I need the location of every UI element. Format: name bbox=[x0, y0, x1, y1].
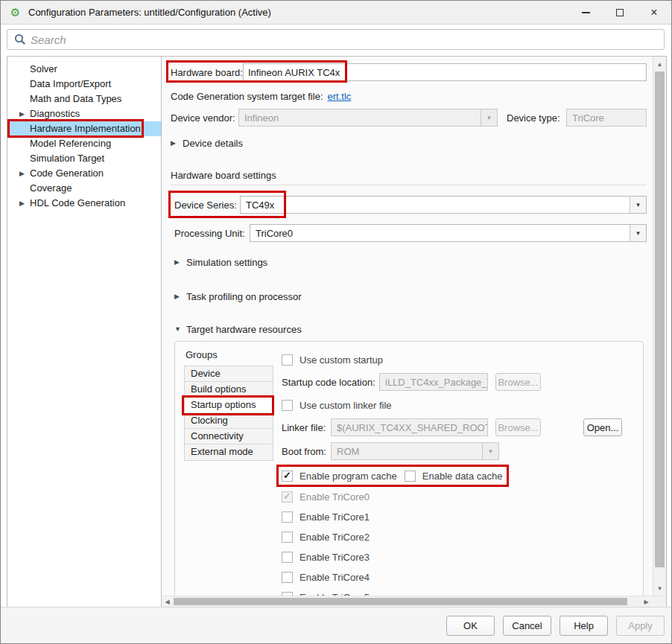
use-custom-linker-checkbox[interactable] bbox=[282, 400, 293, 411]
sidebar-item-hardware-implementation[interactable]: Hardware Implementation bbox=[7, 121, 161, 136]
expand-arrow-icon[interactable]: ▶ bbox=[19, 106, 25, 121]
device-details-toggle[interactable]: ▶ Device details bbox=[171, 137, 647, 149]
target-hw-resources-toggle[interactable]: ▼ Target hardware resources bbox=[174, 323, 647, 335]
startup-code-location-label: Startup code location: bbox=[282, 377, 379, 388]
vertical-scrollbar-thumb[interactable] bbox=[655, 71, 665, 567]
boot-from-label: Boot from: bbox=[282, 446, 331, 457]
vertical-scrollbar[interactable]: ▲ ▼ bbox=[653, 57, 666, 596]
sidebar-item-data-import-export[interactable]: Data Import/Export bbox=[7, 77, 161, 92]
device-type-label: Device type: bbox=[507, 112, 566, 124]
title-bar: ⚙ Configuration Parameters: untitled/Con… bbox=[1, 1, 671, 25]
enable-data-cache-label: Enable data cache bbox=[422, 471, 503, 482]
close-icon: × bbox=[650, 7, 657, 19]
horizontal-scrollbar-thumb[interactable] bbox=[174, 598, 627, 605]
startup-code-location-row: Startup code location: iLLD_TC4xx_Packag… bbox=[282, 373, 635, 391]
processing-unit-combo[interactable]: TriCore0 ▾ bbox=[250, 224, 647, 242]
dialog-footer: OK Cancel Help Apply bbox=[1, 607, 671, 643]
collapsed-arrow-icon: ▶ bbox=[171, 139, 177, 147]
expanded-arrow-icon: ▼ bbox=[174, 325, 181, 333]
enable-tricore0-label: Enable TriCore0 bbox=[299, 491, 370, 503]
cancel-button[interactable]: Cancel bbox=[503, 616, 551, 636]
device-vendor-label: Device vendor: bbox=[171, 112, 238, 124]
device-vendor-combo: Infineon ▾ bbox=[238, 109, 498, 127]
sidebar-item-simulation-target[interactable]: Simulation Target bbox=[7, 151, 161, 166]
device-type-field: TriCore bbox=[566, 109, 647, 127]
window-title: Configuration Parameters: untitled/Confi… bbox=[28, 7, 271, 18]
settings-tree: Solver Data Import/Export Math and Data … bbox=[7, 57, 162, 607]
scroll-down-icon[interactable]: ▼ bbox=[653, 582, 666, 594]
sidebar-item-hdl-code-generation[interactable]: ▶HDL Code Generation bbox=[7, 196, 161, 211]
enable-tricore1-checkbox[interactable] bbox=[282, 511, 293, 523]
maximize-icon bbox=[616, 9, 624, 16]
horizontal-scrollbar[interactable]: ◀ ▶ bbox=[162, 596, 666, 607]
enable-tricore4-checkbox[interactable] bbox=[282, 572, 293, 583]
tab-device[interactable]: Device bbox=[185, 366, 273, 382]
minimize-button[interactable] bbox=[568, 1, 603, 24]
dialog-body: Solver Data Import/Export Math and Data … bbox=[7, 56, 667, 608]
browse-linker-button[interactable]: Browse... bbox=[495, 418, 541, 436]
use-custom-startup-label: Use custom startup bbox=[299, 354, 383, 366]
sidebar-item-model-referencing[interactable]: Model Referencing bbox=[7, 136, 161, 151]
apply-button[interactable]: Apply bbox=[616, 616, 665, 636]
scroll-up-icon[interactable]: ▲ bbox=[653, 58, 666, 70]
enable-tricore3-label: Enable TriCore3 bbox=[299, 552, 370, 563]
tab-build-options[interactable]: Build options bbox=[185, 382, 273, 398]
tab-startup-options[interactable]: Startup options bbox=[185, 398, 273, 413]
scroll-right-icon[interactable]: ▶ bbox=[641, 596, 652, 607]
tab-connectivity[interactable]: Connectivity bbox=[185, 429, 273, 444]
enable-tricore1-label: Enable TriCore1 bbox=[299, 511, 370, 523]
task-profiling-toggle[interactable]: ▶ Task profiling on processor bbox=[174, 290, 647, 302]
sidebar-item-solver[interactable]: Solver bbox=[7, 62, 161, 77]
sidebar-item-coverage[interactable]: Coverage bbox=[7, 181, 161, 196]
target-file-label: Code Generation system target file: bbox=[171, 91, 323, 102]
boot-from-row: Boot from: ROM ▾ bbox=[282, 442, 635, 460]
tab-external-mode[interactable]: External mode bbox=[185, 444, 273, 460]
open-linker-button[interactable]: Open... bbox=[583, 418, 622, 436]
use-custom-linker-label: Use custom linker file bbox=[299, 400, 392, 411]
hardware-board-input[interactable] bbox=[243, 63, 647, 81]
enable-tricore3-checkbox[interactable] bbox=[282, 552, 293, 563]
close-button[interactable]: × bbox=[637, 1, 671, 24]
enable-program-cache-checkbox[interactable] bbox=[282, 471, 293, 482]
enable-data-cache-checkbox[interactable] bbox=[405, 471, 416, 482]
device-series-combo[interactable]: TC49x ▾ bbox=[240, 196, 647, 214]
target-file-link[interactable]: ert.tlc bbox=[328, 91, 352, 102]
chevron-down-icon[interactable]: ▾ bbox=[630, 225, 646, 241]
hardware-board-row: Hardware board: bbox=[171, 63, 647, 82]
window-controls: × bbox=[568, 1, 671, 24]
sidebar-item-diagnostics[interactable]: ▶Diagnostics bbox=[7, 106, 161, 121]
target-file-row: Code Generation system target file: ert.… bbox=[171, 89, 647, 103]
sidebar-item-math-and-data-types[interactable]: Math and Data Types bbox=[7, 92, 161, 106]
hardware-board-label: Hardware board: bbox=[171, 67, 243, 78]
scroll-left-icon[interactable]: ◀ bbox=[162, 596, 173, 607]
enable-tricore2-row: Enable TriCore2 bbox=[282, 531, 635, 543]
hardware-implementation-pane: Hardware board: Code Generation system t… bbox=[162, 57, 653, 596]
hardware-board-settings-title: Hardware board settings bbox=[171, 170, 647, 181]
use-custom-linker-row: Use custom linker file bbox=[282, 399, 635, 411]
ok-button[interactable]: OK bbox=[446, 616, 495, 636]
use-custom-startup-checkbox[interactable] bbox=[282, 354, 293, 366]
simulation-settings-toggle[interactable]: ▶ Simulation settings bbox=[174, 256, 647, 268]
search-input[interactable] bbox=[31, 31, 664, 48]
chevron-down-icon[interactable]: ▾ bbox=[630, 197, 646, 213]
device-series-label: Device Series: bbox=[174, 200, 240, 211]
target-hw-resources-panel: Groups Device Build options Startup opti… bbox=[174, 341, 644, 596]
search-bar bbox=[7, 29, 665, 50]
groups-title: Groups bbox=[186, 349, 273, 360]
section-divider bbox=[171, 185, 647, 185]
help-button[interactable]: Help bbox=[560, 616, 608, 636]
linker-file-row: Linker file: $(AURIX_TC4XX_SHARED_ROOT_I… bbox=[282, 418, 635, 436]
chevron-down-icon: ▾ bbox=[481, 109, 497, 126]
startup-options-panel: Use custom startup Startup code location… bbox=[273, 349, 635, 596]
device-series-row: Device Series: TC49x ▾ bbox=[174, 195, 647, 214]
expand-arrow-icon[interactable]: ▶ bbox=[19, 196, 25, 211]
tab-clocking[interactable]: Clocking bbox=[185, 413, 273, 429]
sidebar-item-code-generation[interactable]: ▶Code Generation bbox=[7, 166, 161, 181]
enable-tricore2-checkbox[interactable] bbox=[282, 532, 293, 543]
expand-arrow-icon[interactable]: ▶ bbox=[19, 166, 25, 181]
processing-unit-label: Processing Unit: bbox=[174, 228, 250, 239]
linker-file-label: Linker file: bbox=[282, 422, 331, 433]
maximize-button[interactable] bbox=[603, 1, 637, 24]
browse-startup-button[interactable]: Browse... bbox=[495, 373, 541, 391]
cache-checkbox-row: Enable program cache Enable data cache bbox=[282, 470, 635, 482]
